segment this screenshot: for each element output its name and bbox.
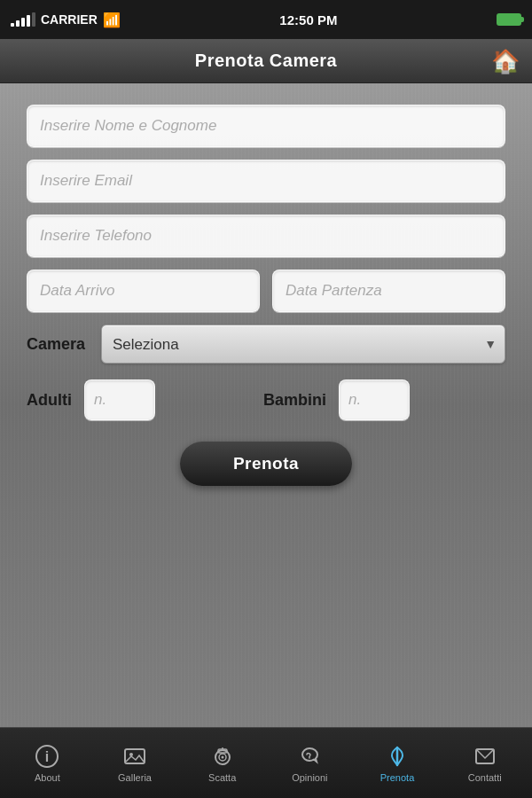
svg-rect-2 (125, 749, 145, 763)
prenota-icon (385, 744, 410, 769)
camera-label: Camera (27, 335, 89, 354)
name-input[interactable] (27, 105, 505, 147)
tab-scatta-label: Scatta (208, 772, 236, 783)
prenota-btn-container: Prenota (27, 442, 505, 486)
status-right (497, 13, 521, 26)
tab-scatta[interactable]: Scatta (178, 739, 266, 788)
prenota-button[interactable]: Prenota (180, 442, 352, 486)
date-row (27, 270, 505, 312)
opinioni-icon (297, 744, 322, 769)
tab-contatti-label: Contatti (468, 772, 502, 783)
main-content: Camera Seleziona Camera Singola Camera D… (0, 83, 532, 727)
tab-prenota-label: Prenota (380, 772, 415, 783)
phone-input[interactable] (27, 215, 505, 257)
adults-children-row: Adulti Bambini (27, 379, 505, 420)
arrival-input[interactable] (27, 270, 260, 312)
adulti-input[interactable] (84, 379, 155, 420)
tab-contatti[interactable]: Contatti (441, 739, 528, 788)
tab-about-label: About (35, 772, 60, 783)
tab-about[interactable]: i About (4, 739, 91, 788)
galleria-icon (122, 744, 147, 769)
departure-input[interactable] (272, 270, 505, 312)
svg-text:i: i (45, 749, 49, 764)
camera-row: Camera Seleziona Camera Singola Camera D… (27, 325, 505, 364)
header: Prenota Camera 🏠 (0, 39, 532, 83)
tab-opinioni[interactable]: Opinioni (266, 739, 354, 788)
signal-bars (11, 12, 35, 27)
bambini-input[interactable] (339, 379, 410, 420)
about-icon: i (35, 744, 59, 769)
contatti-icon (473, 744, 497, 769)
scatta-icon (210, 744, 235, 769)
tab-bar: i About Galleria Scatta Opinioni (0, 727, 532, 798)
status-time: 12:50 PM (279, 12, 337, 27)
email-input[interactable] (27, 160, 505, 202)
battery-icon (497, 13, 521, 26)
wifi-icon: 📶 (103, 12, 121, 28)
page-title: Prenota Camera (195, 51, 337, 71)
tab-galleria-label: Galleria (118, 772, 152, 783)
status-left: CARRIER 📶 (11, 12, 121, 28)
camera-select-wrapper: Seleziona Camera Singola Camera Doppia S… (101, 325, 505, 364)
home-button[interactable]: 🏠 (491, 47, 520, 74)
tab-opinioni-label: Opinioni (292, 772, 327, 783)
tab-galleria[interactable]: Galleria (91, 739, 179, 788)
carrier-text: CARRIER (41, 12, 98, 27)
bambini-label: Bambini (263, 391, 326, 410)
status-bar: CARRIER 📶 12:50 PM (0, 0, 532, 39)
tab-prenota[interactable]: Prenota (354, 739, 442, 788)
adulti-label: Adulti (27, 391, 72, 410)
svg-point-6 (221, 755, 223, 758)
camera-select[interactable]: Seleziona Camera Singola Camera Doppia S… (101, 325, 505, 364)
